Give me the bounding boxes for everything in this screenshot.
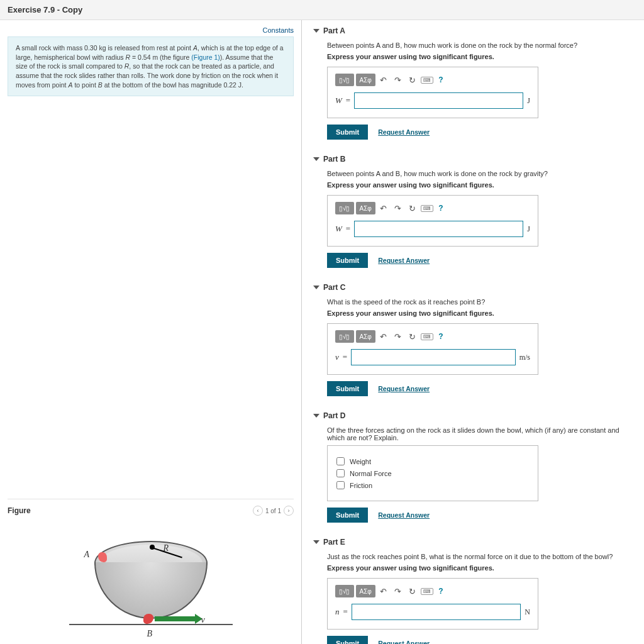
figure-label-v: v <box>201 615 205 625</box>
keyboard-icon[interactable]: ⌨ <box>421 205 433 212</box>
part-E-question: Just as the rock reaches point B, what i… <box>327 553 633 560</box>
figure-label-R: R <box>164 543 169 553</box>
reset-icon[interactable]: ↻ <box>406 586 419 597</box>
part-A-title: Part A <box>323 26 345 35</box>
part-A-question: Between points A and B, how much work is… <box>327 42 633 49</box>
part-E-request-answer[interactable]: Request Answer <box>378 640 430 644</box>
figure-title: Figure <box>8 506 31 515</box>
figure-label-B: B <box>147 629 153 639</box>
part-E-unit: N <box>525 608 530 617</box>
choice-friction[interactable]: Friction <box>336 481 529 489</box>
collapse-icon[interactable] <box>313 286 319 289</box>
part-E-input[interactable] <box>352 604 521 620</box>
templates-button[interactable]: ▯√▯ <box>335 585 354 597</box>
greek-button[interactable]: ΑΣφ <box>356 202 375 214</box>
part-B-input[interactable] <box>354 221 523 237</box>
undo-icon[interactable]: ↶ <box>377 74 390 86</box>
part-B-answer-box: ▯√▯ ΑΣφ ↶ ↷ ↻ ⌨ ? W = J <box>327 195 538 247</box>
redo-icon[interactable]: ↷ <box>392 331 404 342</box>
part-E-submit-button[interactable]: Submit <box>327 636 368 644</box>
greek-button[interactable]: ΑΣφ <box>356 330 375 343</box>
part-C-submit-button[interactable]: Submit <box>327 381 368 396</box>
figure-pager-label: 1 of 1 <box>265 508 281 514</box>
part-A-instruction: Express your answer using two significan… <box>327 53 633 60</box>
collapse-icon[interactable] <box>313 540 319 544</box>
collapse-icon[interactable] <box>313 414 319 418</box>
part-A-request-answer[interactable]: Request Answer <box>378 128 430 136</box>
part-C-unit: m/s <box>519 353 530 362</box>
part-B-question: Between points A and B, how much work is… <box>327 170 633 177</box>
figure-image: A R B v <box>69 535 233 641</box>
part-D: Part D Of the three forces acting on the… <box>313 411 633 523</box>
templates-button[interactable]: ▯√▯ <box>335 202 354 214</box>
figure-link[interactable]: (Figure 1) <box>191 53 220 61</box>
part-C-question: What is the speed of the rock as it reac… <box>327 298 633 306</box>
figure-label-A: A <box>84 550 90 560</box>
part-B-submit-button[interactable]: Submit <box>327 253 368 268</box>
choice-normal-force[interactable]: Normal Force <box>336 469 529 477</box>
left-column: Constants A small rock with mass 0.30 kg… <box>0 20 302 644</box>
part-B-title: Part B <box>323 155 345 164</box>
part-C-instruction: Express your answer using two significan… <box>327 309 633 317</box>
right-column: Part A Between points A and B, how much … <box>302 20 644 644</box>
redo-icon[interactable]: ↷ <box>392 203 404 214</box>
part-C-request-answer[interactable]: Request Answer <box>378 385 430 392</box>
keyboard-icon[interactable]: ⌨ <box>421 333 433 340</box>
redo-icon[interactable]: ↷ <box>392 74 404 86</box>
part-B-request-answer[interactable]: Request Answer <box>378 257 430 264</box>
choice-weight[interactable]: Weight <box>336 457 529 465</box>
undo-icon[interactable]: ↶ <box>377 331 390 342</box>
part-A-input[interactable] <box>354 92 523 109</box>
part-B-instruction: Express your answer using two significan… <box>327 181 633 189</box>
part-D-submit-button[interactable]: Submit <box>327 508 368 523</box>
help-icon[interactable]: ? <box>436 332 445 341</box>
help-icon[interactable]: ? <box>436 587 445 596</box>
checkbox-normal-force[interactable] <box>336 469 345 477</box>
figure-pager: ‹ 1 of 1 › <box>253 506 294 516</box>
equals-sign: = <box>346 224 350 234</box>
part-A-answer-box: ▯√▯ ΑΣφ ↶ ↷ ↻ ⌨ ? W = J <box>327 67 538 118</box>
part-D-question: Of the three forces acting on the rock a… <box>327 426 633 441</box>
problem-statement: A small rock with mass 0.30 kg is releas… <box>8 36 294 96</box>
part-E-title: Part E <box>323 538 345 547</box>
part-D-title: Part D <box>323 411 345 420</box>
equals-sign: = <box>343 607 348 617</box>
part-C-variable: v <box>335 352 339 362</box>
redo-icon[interactable]: ↷ <box>392 586 404 597</box>
equals-sign: = <box>343 352 347 362</box>
checkbox-weight[interactable] <box>336 457 345 465</box>
part-E: Part E Just as the rock reaches point B,… <box>313 538 633 644</box>
checkbox-friction[interactable] <box>336 481 345 489</box>
undo-icon[interactable]: ↶ <box>377 203 390 214</box>
undo-icon[interactable]: ↶ <box>377 586 390 597</box>
equals-sign: = <box>346 96 350 106</box>
part-E-instruction: Express your answer using two significan… <box>327 564 633 572</box>
keyboard-icon[interactable]: ⌨ <box>421 77 433 84</box>
greek-button[interactable]: ΑΣφ <box>356 74 375 86</box>
reset-icon[interactable]: ↻ <box>406 203 419 214</box>
part-E-variable: n <box>335 607 340 617</box>
help-icon[interactable]: ? <box>436 204 445 213</box>
part-A-unit: J <box>527 96 530 106</box>
reset-icon[interactable]: ↻ <box>406 331 419 342</box>
collapse-icon[interactable] <box>313 157 319 161</box>
help-icon[interactable]: ? <box>436 75 445 84</box>
part-C-input[interactable] <box>351 349 516 365</box>
collapse-icon[interactable] <box>313 29 319 33</box>
part-B-variable: W <box>335 224 342 234</box>
keyboard-icon[interactable]: ⌨ <box>421 588 433 595</box>
part-E-answer-box: ▯√▯ ΑΣφ ↶ ↷ ↻ ⌨ ? n = N <box>327 578 538 630</box>
templates-button[interactable]: ▯√▯ <box>335 74 354 86</box>
part-D-choices: Weight Normal Force Friction <box>327 445 538 501</box>
part-C-answer-box: ▯√▯ ΑΣφ ↶ ↷ ↻ ⌨ ? v = m/s <box>327 323 538 375</box>
figure-prev-button[interactable]: ‹ <box>253 506 263 516</box>
templates-button[interactable]: ▯√▯ <box>335 330 354 343</box>
greek-button[interactable]: ΑΣφ <box>356 585 375 597</box>
part-B-unit: J <box>527 225 530 234</box>
figure-next-button[interactable]: › <box>284 506 294 516</box>
part-D-request-answer[interactable]: Request Answer <box>378 511 430 519</box>
part-A-submit-button[interactable]: Submit <box>327 125 368 140</box>
page-title: Exercise 7.9 - Copy <box>0 0 644 20</box>
reset-icon[interactable]: ↻ <box>406 74 419 86</box>
constants-link[interactable]: Constants <box>262 26 294 34</box>
